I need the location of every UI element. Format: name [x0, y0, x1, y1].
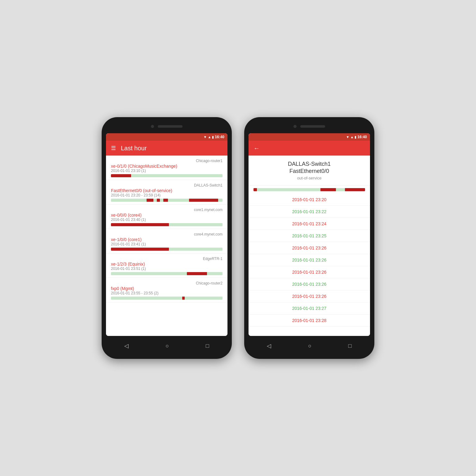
timeline-segment — [345, 188, 365, 191]
list-item[interactable]: DALLAS-Switch1FastEthernet0/0 (out-of-se… — [106, 180, 227, 205]
item-interface: xe-0/0/0 (core4) — [111, 213, 223, 218]
timeline-bar — [111, 174, 223, 177]
event-row[interactable]: 2016-01-01 23:26 — [249, 290, 370, 302]
list-item[interactable]: core4.mynet.comxe-1/0/0 (core1)2016-01-0… — [106, 229, 227, 253]
event-row[interactable]: 2016-01-01 23:20 — [249, 194, 370, 206]
event-row[interactable]: 2016-01-01 23:26 — [249, 254, 370, 266]
event-time: 2016-01-01 23:26 — [292, 258, 327, 262]
phone-bottom-2: ◁ ○ □ — [249, 336, 370, 353]
timeline-segment — [111, 174, 131, 177]
phone-bottom-1: ◁ ○ □ — [106, 336, 227, 353]
list-item[interactable]: core1.mynet.comxe-0/0/0 (core4)2016-01-0… — [106, 205, 227, 229]
item-interface: xe-1/2/3 (Equinix) — [111, 262, 223, 267]
item-router: Chicago-router1 — [111, 159, 223, 163]
nav-square-2[interactable]: □ — [348, 343, 352, 349]
nav-home-1[interactable]: ○ — [165, 343, 169, 349]
item-time: 2016-01-01 23:40 (1) — [111, 218, 223, 222]
event-time: 2016-01-01 23:26 — [292, 245, 327, 250]
timeline-segment — [111, 223, 169, 226]
item-interface: xe-0/1/0 (ChicagoMusicExchange) — [111, 164, 223, 169]
timeline-bar — [111, 297, 223, 300]
item-time: 2016-01-01 23:20 - 23:59 (14) — [111, 193, 223, 197]
timeline-bar — [111, 248, 223, 251]
wifi-icon-2: ▼ — [346, 135, 350, 139]
item-time: 2016-01-01 23:41 (1) — [111, 242, 223, 246]
timeline-segment — [163, 199, 168, 202]
event-time: 2016-01-01 23:25 — [292, 233, 327, 238]
nav-back-2[interactable]: ◁ — [267, 342, 271, 349]
device-line2: FastEthernet0/0 — [253, 168, 365, 175]
nav-back-1[interactable]: ◁ — [124, 342, 129, 349]
item-router: EdgeRTR-1 — [111, 257, 223, 261]
event-time: 2016-01-01 23:24 — [292, 221, 327, 226]
status-icons-2: ▼ ▲ ▮ 16:40 — [346, 135, 367, 139]
timeline-segment — [187, 272, 207, 275]
event-row[interactable]: 2016-01-01 23:27 — [249, 302, 370, 315]
timeline-segment — [157, 199, 160, 202]
timeline-segment — [320, 188, 336, 191]
event-row[interactable]: 2016-01-01 23:28 — [249, 315, 370, 327]
item-interface: FastEthernet0/0 (out-of-service) — [111, 188, 223, 193]
timeline-segment — [182, 297, 184, 300]
event-row[interactable]: 2016-01-01 23:24 — [249, 218, 370, 230]
nav-square-1[interactable]: □ — [206, 343, 209, 349]
device-status: out-of-service — [253, 176, 365, 180]
camera-2 — [293, 125, 297, 128]
item-interface: fxp0 (Mgmt) — [111, 286, 223, 291]
event-time: 2016-01-01 23:28 — [292, 318, 327, 323]
speaker-1 — [158, 125, 183, 128]
camera-1 — [151, 125, 154, 128]
event-time: 2016-01-01 23:27 — [292, 306, 327, 311]
app-bar-1: ☰ Last hour — [106, 141, 227, 156]
phone-1: ▼ ▲ ▮ 16:40 ☰ Last hour Chicago-router1x… — [102, 117, 232, 359]
item-interface: xe-1/0/0 (core1) — [111, 237, 223, 242]
timeline-bar — [111, 223, 223, 226]
timeline-segment — [111, 248, 169, 251]
item-router: core1.mynet.com — [111, 208, 223, 212]
list-item[interactable]: Chicago-router1xe-0/1/0 (ChicagoMusicExc… — [106, 156, 227, 180]
event-row[interactable]: 2016-01-01 23:26 — [249, 242, 370, 254]
list-content-1[interactable]: Chicago-router1xe-0/1/0 (ChicagoMusicExc… — [106, 156, 227, 336]
event-time: 2016-01-01 23:26 — [292, 270, 327, 275]
event-time: 2016-01-01 23:26 — [292, 282, 327, 287]
battery-icon-1: ▮ — [212, 135, 214, 139]
app-title: Last hour — [121, 145, 147, 152]
event-row[interactable]: 2016-01-01 23:22 — [249, 206, 370, 218]
events-content[interactable]: 2016-01-01 23:202016-01-01 23:222016-01-… — [249, 194, 370, 336]
event-row[interactable]: 2016-01-01 23:25 — [249, 230, 370, 242]
status-bar-1: ▼ ▲ ▮ 16:40 — [106, 133, 227, 141]
event-time: 2016-01-01 23:20 — [292, 197, 327, 202]
list-item[interactable]: EdgeRTR-1xe-1/2/3 (Equinix)2016-01-01 23… — [106, 253, 227, 278]
item-router: core4.mynet.com — [111, 232, 223, 236]
status-time-2: 16:40 — [357, 135, 367, 139]
nav-home-2[interactable]: ○ — [308, 343, 311, 349]
timeline-bar — [111, 272, 223, 275]
timeline-segment — [253, 188, 257, 191]
device-line1: DALLAS-Switch1 — [253, 161, 365, 168]
phone-top-1 — [106, 123, 227, 130]
list-item[interactable]: Chicago-router2fxp0 (Mgmt)2016-01-01 23:… — [106, 278, 227, 302]
event-time: 2016-01-01 23:26 — [292, 294, 327, 299]
status-icons-1: ▼ ▲ ▮ 16:40 — [204, 135, 224, 139]
status-time-1: 16:40 — [215, 135, 224, 139]
event-time: 2016-01-01 23:22 — [292, 209, 327, 214]
screen-2: ▼ ▲ ▮ 16:40 ← DALLAS-Switch1 FastEtherne… — [249, 133, 370, 336]
screen-1: ▼ ▲ ▮ 16:40 ☰ Last hour Chicago-router1x… — [106, 133, 227, 336]
battery-icon-2: ▮ — [355, 135, 356, 139]
timeline-segment — [147, 199, 153, 202]
hamburger-icon[interactable]: ☰ — [111, 145, 116, 152]
item-time: 2016-01-01 23:55 - 23:55 (2) — [111, 291, 223, 295]
event-row[interactable]: 2016-01-01 23:26 — [249, 278, 370, 290]
timeline-bar — [111, 199, 223, 202]
status-bar-2: ▼ ▲ ▮ 16:40 — [249, 133, 370, 141]
signal-icon-1: ▲ — [208, 135, 211, 139]
detail-header: DALLAS-Switch1 FastEthernet0/0 out-of-se… — [249, 156, 370, 186]
event-row[interactable]: 2016-01-01 23:26 — [249, 266, 370, 278]
back-icon[interactable]: ← — [253, 145, 260, 152]
item-router: DALLAS-Switch1 — [111, 183, 223, 187]
timeline-segment — [189, 199, 218, 202]
item-time: 2016-01-01 23:10 (1) — [111, 169, 223, 173]
speaker-2 — [300, 125, 325, 128]
signal-icon-2: ▲ — [350, 135, 354, 139]
app-bar-2: ← — [249, 141, 370, 156]
